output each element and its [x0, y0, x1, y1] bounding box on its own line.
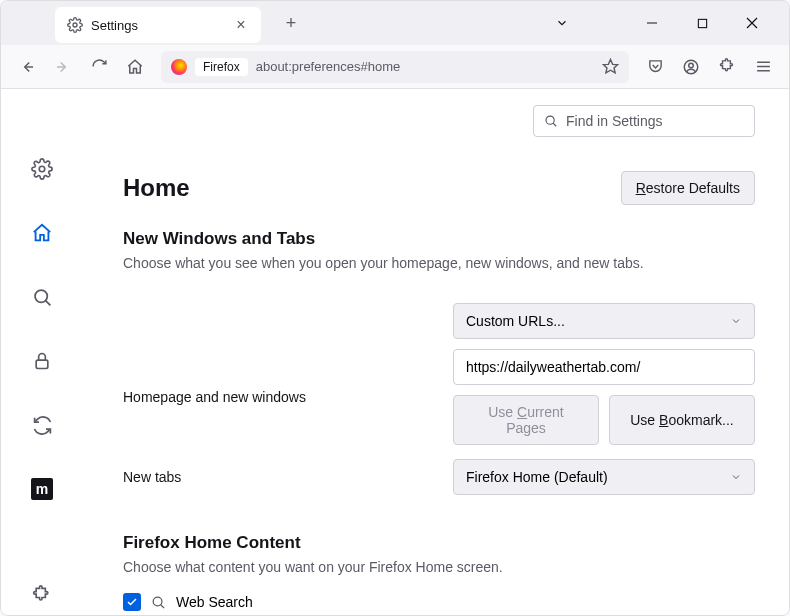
extensions-button[interactable] — [711, 51, 743, 83]
sidebar-item-sync[interactable] — [22, 405, 62, 445]
settings-search-input[interactable]: Find in Settings — [533, 105, 755, 137]
section-desc: Choose what you see when you open your h… — [123, 255, 755, 271]
svg-point-19 — [153, 597, 162, 606]
sidebar-item-extensions[interactable] — [22, 575, 62, 615]
newtabs-select[interactable]: Firefox Home (Default) — [453, 459, 755, 495]
homepage-url-input[interactable] — [453, 349, 755, 385]
window-controls — [547, 8, 785, 38]
svg-rect-2 — [698, 19, 706, 27]
search-placeholder: Find in Settings — [566, 113, 663, 129]
home-button[interactable] — [119, 51, 151, 83]
sidebar-item-search[interactable] — [22, 277, 62, 317]
svg-point-9 — [689, 63, 694, 68]
svg-point-0 — [73, 23, 77, 27]
section-desc-home-content: Choose what content you want on your Fir… — [123, 559, 755, 575]
select-value: Custom URLs... — [466, 313, 565, 329]
settings-sidebar: m — [1, 89, 83, 615]
new-tab-button[interactable]: + — [277, 9, 305, 37]
url-path: about:preferences#home — [256, 59, 401, 74]
chevron-down-icon[interactable] — [547, 8, 577, 38]
title-bar: Settings × + — [1, 1, 789, 45]
search-icon — [544, 114, 558, 128]
mozilla-icon: m — [31, 478, 53, 500]
newtabs-label: New tabs — [123, 469, 433, 485]
svg-point-13 — [39, 166, 45, 172]
sidebar-item-privacy[interactable] — [22, 341, 62, 381]
use-bookmark-button[interactable]: Use Bookmark... — [609, 395, 755, 445]
close-icon[interactable]: × — [233, 17, 249, 33]
chevron-down-icon — [730, 315, 742, 327]
pocket-button[interactable] — [639, 51, 671, 83]
menu-button[interactable] — [747, 51, 779, 83]
svg-line-18 — [553, 123, 556, 126]
svg-line-15 — [45, 300, 50, 305]
section-title-home-content: Firefox Home Content — [123, 533, 755, 553]
homepage-mode-select[interactable]: Custom URLs... — [453, 303, 755, 339]
gear-icon — [67, 17, 83, 33]
sidebar-item-home[interactable] — [22, 213, 62, 253]
homepage-label: Homepage and new windows — [123, 389, 433, 405]
sidebar-item-general[interactable] — [22, 149, 62, 189]
account-button[interactable] — [675, 51, 707, 83]
browser-tab[interactable]: Settings × — [55, 7, 261, 43]
settings-main: Find in Settings Home Restore Defaults N… — [83, 89, 789, 615]
back-button[interactable] — [11, 51, 43, 83]
svg-rect-16 — [36, 360, 48, 368]
url-brand: Firefox — [195, 58, 248, 76]
restore-defaults-button[interactable]: Restore Defaults — [621, 171, 755, 205]
select-value: Firefox Home (Default) — [466, 469, 608, 485]
address-bar[interactable]: Firefox about:preferences#home — [161, 51, 629, 83]
web-search-label: Web Search — [176, 594, 253, 610]
svg-line-20 — [161, 604, 164, 607]
maximize-button[interactable] — [687, 8, 717, 38]
bookmark-star-icon[interactable] — [602, 58, 619, 75]
forward-button[interactable] — [47, 51, 79, 83]
close-window-button[interactable] — [737, 8, 767, 38]
tab-title: Settings — [91, 18, 138, 33]
section-title-windows-tabs: New Windows and Tabs — [123, 229, 755, 249]
page-title: Home — [123, 174, 190, 202]
web-search-checkbox[interactable] — [123, 593, 141, 611]
minimize-button[interactable] — [637, 8, 667, 38]
search-icon — [151, 595, 166, 610]
content-area: m Find in Settings Home Restore Defaults… — [1, 89, 789, 615]
svg-point-17 — [546, 116, 554, 124]
reload-button[interactable] — [83, 51, 115, 83]
svg-point-14 — [35, 290, 47, 302]
firefox-logo-icon — [171, 59, 187, 75]
navigation-toolbar: Firefox about:preferences#home — [1, 45, 789, 89]
use-current-pages-button[interactable]: Use Current Pages — [453, 395, 599, 445]
svg-marker-7 — [603, 59, 617, 72]
sidebar-item-more[interactable]: m — [22, 469, 62, 509]
chevron-down-icon — [730, 471, 742, 483]
